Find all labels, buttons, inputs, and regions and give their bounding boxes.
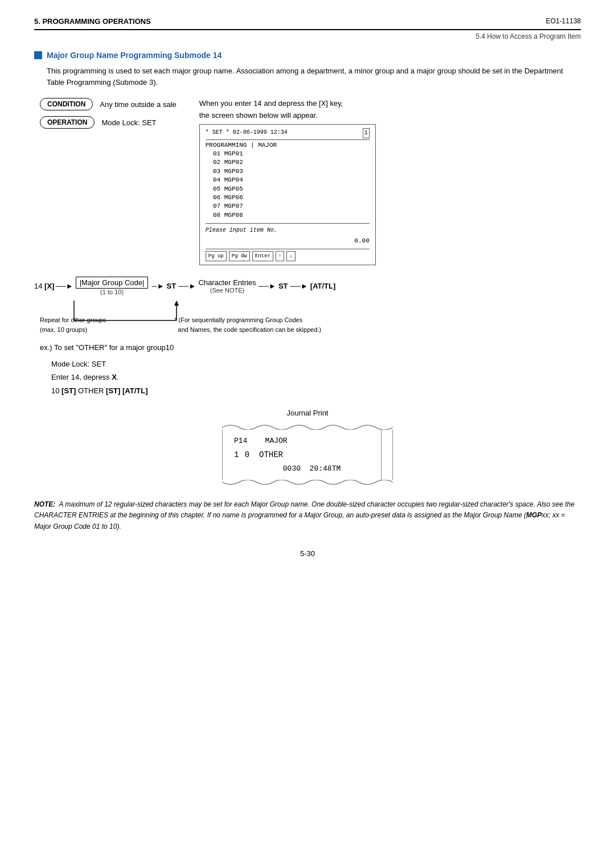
journal-label: Journal Print: [287, 409, 329, 417]
journal-line-1: P14 MAJOR: [234, 434, 370, 447]
journal-line-2: 1 0 OTHER: [234, 448, 370, 462]
right-description: When you enter 14 and depress the [X] ke…: [199, 98, 581, 265]
condition-operation-block: CONDITION Any time outside a sale OPERAT…: [40, 98, 177, 265]
page-number: 5-30: [34, 549, 581, 558]
flow-st2-label: ST: [278, 282, 288, 290]
example-line-1: Mode Lock: SET: [51, 357, 581, 371]
example-section: ex.) To set "OTHER" for a major group10: [40, 343, 581, 352]
arrow1: ──►: [55, 282, 73, 290]
right-line1: When you enter 14 and depress the [X] ke…: [199, 98, 581, 110]
blue-square-icon: [34, 51, 42, 59]
screen-date-time: * SET * 02-06-1999 12:34: [206, 128, 288, 138]
screen-line-3: 03 MGP03: [206, 167, 370, 176]
flow-x-key: [X]: [44, 282, 54, 290]
screen-line-6: 06 MGP06: [206, 194, 370, 202]
note-section: NOTE: A maximum of 12 regular-sized char…: [34, 499, 581, 532]
page-header: 5. PROGRAMMING OPERATIONS EO1-11138: [34, 17, 581, 30]
arrow3: ──►: [259, 282, 276, 290]
svg-marker-3: [174, 301, 179, 306]
screen-display: * SET * 02-06-1999 12:34 1 PROGRAMMING |…: [199, 124, 376, 266]
example-title: ex.) To set "OTHER" for a major group10: [40, 343, 581, 352]
arrow2: ──►: [178, 282, 196, 290]
screen-footer: Please input item No. 0.00: [206, 223, 370, 246]
operation-badge: OPERATION: [40, 116, 95, 129]
pg-dw-button[interactable]: Pg dw: [229, 251, 250, 261]
condition-row: CONDITION Any time outside a sale: [40, 98, 177, 110]
screen-line-7: 07 MGP07: [206, 202, 370, 211]
example-line-3: 10 [ST] OTHER [ST] [AT/TL]: [51, 384, 581, 397]
screen-sub-header: PROGRAMMING | MAJOR: [206, 141, 370, 150]
flow-diagram: 14 [X] ──► |Major Group Code| (1 to 10) …: [34, 277, 581, 334]
screen-total: 0.00: [206, 236, 370, 246]
flow-step-num: 14: [34, 282, 42, 290]
char-entries-label: Character Entries: [198, 278, 256, 287]
screen-buttons: Pg up Pg dw Enter ↑ ↓: [206, 249, 370, 261]
example-line-2: Enter 14, depress X.: [51, 371, 581, 384]
screen-header: * SET * 02-06-1999 12:34 1: [206, 128, 370, 140]
flow-attl-label: [AT/TL]: [310, 282, 336, 290]
section-reference: 5.4 How to Access a Program Item: [34, 32, 581, 40]
operation-row: OPERATION Mode Lock: SET: [40, 116, 177, 129]
star-note: * (For sequentially programming Group Co…: [174, 315, 321, 334]
note-text: A maximum of 12 regular-sized characters…: [34, 500, 575, 530]
intro-paragraph: This programming is used to set each maj…: [47, 65, 581, 88]
right-line2: the screen shown below will appear.: [199, 110, 581, 122]
code-range: (1 to 10): [100, 289, 124, 295]
screen-line-5: 05 MGP05: [206, 185, 370, 194]
up-arrow-button[interactable]: ↑: [276, 251, 284, 261]
wavy-top-svg: [222, 422, 393, 430]
see-note: (See NOTE): [210, 287, 245, 294]
enter-button[interactable]: Enter: [252, 251, 273, 261]
flow-st1-label: ST: [167, 282, 177, 290]
example-code-block: Mode Lock: SET Enter 14, depress X. 10 […: [51, 357, 581, 397]
journal-receipt: P14 MAJOR 1 0 OTHER 0030 20:48TM: [222, 430, 382, 480]
screen-line-2: 02 MGP02: [206, 158, 370, 167]
flow-st1: ─►: [151, 282, 164, 290]
repeat-note: Repeat for other groups(max. 10 groups): [40, 315, 106, 334]
down-arrow-button[interactable]: ↓: [286, 251, 295, 261]
journal-line-3: 0030 20:48TM: [234, 462, 370, 475]
screen-prompt: Please input item No.: [206, 226, 370, 235]
chapter-title: 5. PROGRAMMING OPERATIONS: [34, 17, 151, 26]
condition-badge: CONDITION: [40, 98, 93, 110]
pg-up-button[interactable]: Pg up: [206, 251, 227, 261]
screen-page-num: 1: [363, 128, 370, 138]
journal-section: Journal Print P14 MAJOR 1 0 OTHER 0030 2…: [34, 409, 581, 488]
major-group-code-box: |Major Group Code|: [76, 277, 149, 289]
section-title-text: Major Group Name Programming Submode 14: [47, 51, 222, 60]
doc-number: EO1-11138: [546, 17, 581, 25]
condition-text: Any time outside a sale: [100, 100, 176, 109]
note-label: NOTE:: [34, 500, 55, 508]
operation-text: Mode Lock: SET: [101, 118, 156, 127]
screen-lines: 01 MGP01 02 MGP02 03 MGP03 04 MGP04 05 M…: [206, 150, 370, 220]
arrow4: ──►: [290, 282, 308, 290]
screen-line-1: 01 MGP01: [206, 150, 370, 158]
wavy-bottom-svg: [222, 480, 393, 488]
screen-line-8: 08 MGP08: [206, 211, 370, 220]
screen-line-4: 04 MGP04: [206, 176, 370, 184]
section-heading: Major Group Name Programming Submode 14: [34, 51, 581, 60]
